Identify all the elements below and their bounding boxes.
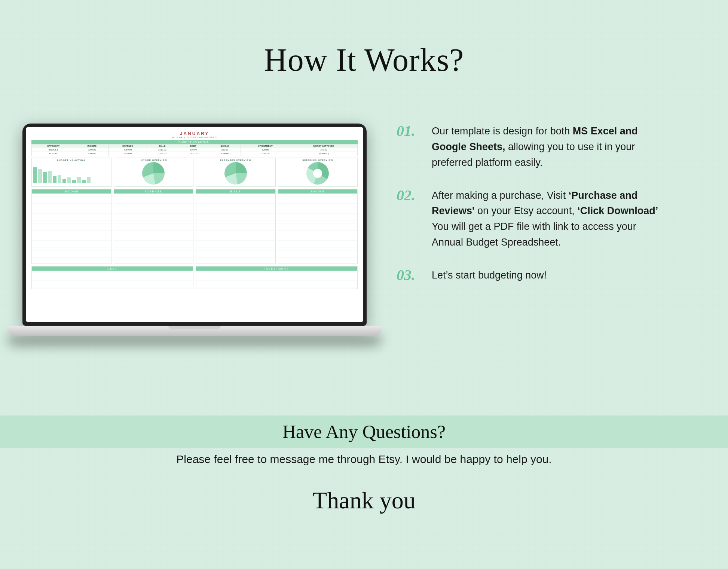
- pie-chart-icon: [142, 162, 165, 185]
- text: After making a purchase, Visit: [432, 190, 569, 201]
- panel-investment: INVESTMENT: [196, 266, 358, 289]
- grid: [278, 194, 358, 264]
- table-row: ACTUAL 9000.00 5820.00 2252.00 1205.00 2…: [32, 152, 358, 156]
- text: Our template is design for both: [432, 125, 573, 137]
- text: You will get a PDF file with link to acc…: [432, 221, 636, 248]
- laptop-mockup: JANUARY MONTHLY BUDGET DASHBOARD BUDGET …: [22, 124, 367, 336]
- grid: [114, 194, 193, 264]
- section-header: BUDGET VS ACTUAL: [31, 140, 358, 144]
- td: 250.00: [209, 148, 241, 152]
- chart-title: BUDGET VS ACTUAL: [33, 159, 110, 161]
- thank-you: Thank you: [0, 487, 728, 514]
- text-bold: ‘Click Download’: [577, 205, 658, 216]
- th: BILLS: [147, 144, 178, 148]
- panel-expense: EXPENSE: [114, 189, 194, 264]
- td: (4,393.00): [290, 152, 357, 156]
- summary-table: CATEGORY INCOME EXPENSE BILLS DEBT SAVIN…: [31, 144, 358, 156]
- chart-title: SPENDING OVERVIEW: [280, 159, 356, 161]
- steps-list: 01. Our template is design for both MS E…: [397, 124, 687, 301]
- panel-header: EXPENSE: [114, 189, 193, 194]
- text: on your Etsy account,: [475, 205, 578, 216]
- td: 2000.00: [209, 152, 241, 156]
- laptop-base: [7, 326, 382, 336]
- td: 2120.00: [241, 152, 290, 156]
- step-number: 01.: [397, 124, 423, 171]
- panel-saving: SAVING: [278, 189, 358, 264]
- questions-heading: Have Any Questions?: [0, 421, 728, 442]
- dashboard-subtitle: MONTHLY BUDGET DASHBOARD: [31, 136, 358, 139]
- td: BUDGET: [32, 148, 75, 152]
- table-row: BUDGET 9000.00 4350.00 2110.00 430.00 25…: [32, 148, 358, 152]
- dashboard-title: JANUARY: [31, 131, 358, 136]
- grid: [196, 271, 357, 289]
- text: Let’s start budgeting now!: [432, 270, 547, 281]
- grid: [196, 194, 275, 264]
- chart-budget-vs-actual: BUDGET VS ACTUAL: [31, 158, 111, 187]
- td: 430.00: [178, 148, 209, 152]
- panel-debt: DEBT: [31, 266, 193, 289]
- laptop-bezel: JANUARY MONTHLY BUDGET DASHBOARD BUDGET …: [22, 124, 367, 326]
- laptop-screen: JANUARY MONTHLY BUDGET DASHBOARD BUDGET …: [26, 127, 363, 322]
- bottom-panels: DEBT INVESTMENT: [31, 266, 358, 289]
- td: 9000.00: [75, 152, 108, 156]
- th: MONEY LEFTOVER: [290, 144, 357, 148]
- th: INCOME: [75, 144, 108, 148]
- lower-panels: INCOME EXPENSE BILLS SAVING: [31, 189, 358, 264]
- grid: [32, 194, 111, 264]
- page-title: How It Works?: [0, 0, 728, 79]
- td: 4350.00: [108, 148, 147, 152]
- step-3: 03. Let’s start budgeting now!: [397, 268, 687, 283]
- td: ACTUAL: [32, 152, 75, 156]
- th: SAVING: [209, 144, 241, 148]
- td: 5820.00: [108, 152, 147, 156]
- step-1: 01. Our template is design for both MS E…: [397, 124, 687, 171]
- step-2: 02. After making a purchase, Visit ‘Purc…: [397, 188, 687, 250]
- table-header-row: CATEGORY INCOME EXPENSE BILLS DEBT SAVIN…: [32, 144, 358, 148]
- th: DEBT: [178, 144, 209, 148]
- panel-header: INVESTMENT: [196, 267, 357, 271]
- chart-title: INCOME OVERVIEW: [116, 159, 192, 161]
- charts-row: BUDGET VS ACTUAL INCOME OVERVIEW: [31, 158, 358, 187]
- panel-bills: BILLS: [196, 189, 276, 264]
- panel-header: INCOME: [32, 189, 111, 194]
- main-stage: JANUARY MONTHLY BUDGET DASHBOARD BUDGET …: [22, 124, 687, 336]
- th: CATEGORY: [32, 144, 75, 148]
- td: 520.00: [241, 148, 290, 152]
- step-number: 02.: [397, 188, 423, 250]
- step-number: 03.: [397, 268, 423, 283]
- panel-header: BILLS: [196, 189, 275, 194]
- donut-chart-icon: [306, 162, 329, 185]
- td: 1205.00: [178, 152, 209, 156]
- th: INVESTMENT: [241, 144, 290, 148]
- step-body: Let’s start budgeting now!: [432, 268, 547, 283]
- chart-income: INCOME OVERVIEW: [114, 158, 194, 187]
- grid: [32, 271, 193, 289]
- panel-income: INCOME: [31, 189, 111, 264]
- panel-header: DEBT: [32, 267, 193, 271]
- chart-spending: SPENDING OVERVIEW: [278, 158, 358, 187]
- chart-title: EXPENSES OVERVIEW: [198, 159, 274, 161]
- step-body: After making a purchase, Visit ‘Purchase…: [432, 188, 664, 250]
- chart-expenses: EXPENSES OVERVIEW: [196, 158, 276, 187]
- td: 9000.00: [75, 148, 108, 152]
- pie-chart-icon: [224, 162, 247, 185]
- footer-message: Please feel free to message me through E…: [0, 453, 728, 466]
- td: 2110.00: [147, 148, 178, 152]
- panel-header: SAVING: [278, 189, 358, 194]
- questions-bar: Have Any Questions?: [0, 416, 728, 448]
- step-body: Our template is design for both MS Excel…: [432, 124, 664, 171]
- bar-chart: [33, 162, 110, 185]
- td: 340.00: [290, 148, 357, 152]
- th: EXPENSE: [108, 144, 147, 148]
- td: 2252.00: [147, 152, 178, 156]
